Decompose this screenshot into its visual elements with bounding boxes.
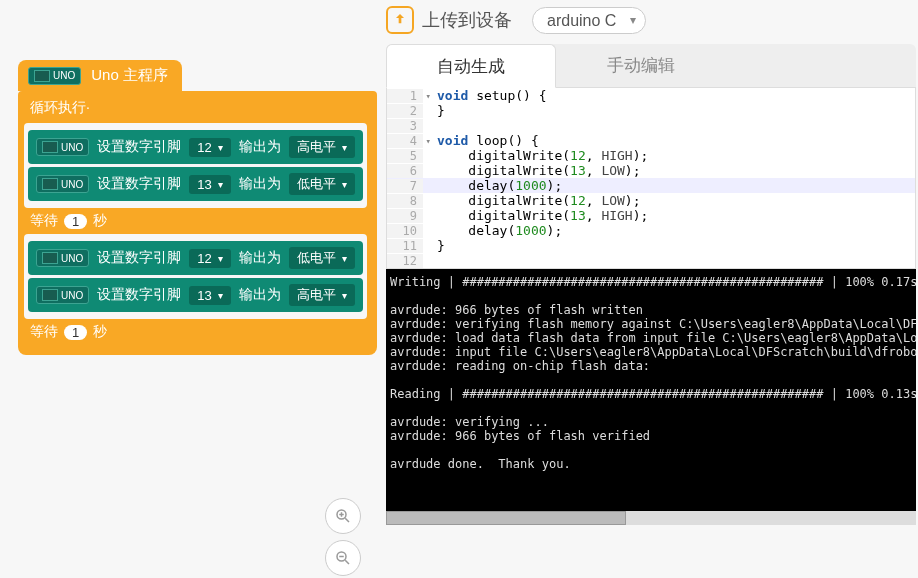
zoom-out-icon [334,549,352,567]
svg-line-1 [345,518,349,522]
level-dropdown[interactable]: 低电平 [289,173,355,195]
scrollbar-thumb[interactable] [386,511,626,525]
level-dropdown[interactable]: 高电平 [289,284,355,306]
console-hscrollbar[interactable] [386,511,916,525]
upload-button[interactable]: 上传到设备 [386,6,512,34]
code-line[interactable]: 3 [387,118,915,133]
code-line[interactable]: 4▾void loop() { [387,133,915,148]
svg-line-5 [345,560,349,564]
level-dropdown[interactable]: 低电平 [289,247,355,269]
loop-slot: UNO 设置数字引脚 12 输出为 低电平 UNO 设置数字引脚 13 输出为 … [24,234,367,319]
right-panel: 自动生成 手动编辑 1▾void setup() {2}34▾void loop… [386,44,916,525]
uno-icon: UNO [28,67,81,85]
blocks-workspace[interactable]: UNO Uno 主程序 循环执行· UNO 设置数字引脚 12 输出为 高电平 … [18,60,388,570]
pin-dropdown[interactable]: 13 [189,175,230,194]
wait-block[interactable]: 等待 1 秒 [28,319,367,345]
tab-auto[interactable]: 自动生成 [386,44,556,88]
zoom-in-button[interactable] [325,498,361,534]
topbar: 上传到设备 arduino C [386,6,646,34]
zoom-in-icon [334,507,352,525]
board-select-wrap[interactable]: arduino C [532,7,646,34]
set-pin-block[interactable]: UNO 设置数字引脚 12 输出为 低电平 [28,241,363,275]
loop-block[interactable]: 循环执行· UNO 设置数字引脚 12 输出为 高电平 UNO 设置数字引脚 1… [18,91,377,355]
console-output[interactable]: Writing | ##############################… [386,269,916,511]
uno-icon: UNO [36,175,89,193]
board-select[interactable]: arduino C [532,7,646,34]
pin-dropdown[interactable]: 13 [189,286,230,305]
code-line[interactable]: 10 delay(1000); [387,223,915,238]
loop-slot: UNO 设置数字引脚 12 输出为 高电平 UNO 设置数字引脚 13 输出为 … [24,123,367,208]
hat-label: Uno 主程序 [91,66,168,85]
code-line[interactable]: 12 [387,253,915,268]
set-pin-block[interactable]: UNO 设置数字引脚 13 输出为 低电平 [28,167,363,201]
code-line[interactable]: 11} [387,238,915,253]
code-line[interactable]: 2} [387,103,915,118]
code-editor[interactable]: 1▾void setup() {2}34▾void loop() {5 digi… [386,88,916,269]
zoom-out-button[interactable] [325,540,361,576]
upload-label: 上传到设备 [422,8,512,32]
upload-icon [386,6,414,34]
level-dropdown[interactable]: 高电平 [289,136,355,158]
set-pin-block[interactable]: UNO 设置数字引脚 13 输出为 高电平 [28,278,363,312]
code-line[interactable]: 6 digitalWrite(13, LOW); [387,163,915,178]
code-line[interactable]: 8 digitalWrite(12, LOW); [387,193,915,208]
tab-manual[interactable]: 手动编辑 [556,44,726,87]
code-line[interactable]: 1▾void setup() { [387,88,915,103]
code-line[interactable]: 9 digitalWrite(13, HIGH); [387,208,915,223]
uno-icon: UNO [36,249,89,267]
wait-value[interactable]: 1 [64,325,87,340]
pin-dropdown[interactable]: 12 [189,249,230,268]
set-pin-block[interactable]: UNO 设置数字引脚 12 输出为 高电平 [28,130,363,164]
wait-value[interactable]: 1 [64,214,87,229]
loop-label: 循环执行· [28,97,367,123]
code-tabs: 自动生成 手动编辑 [386,44,916,88]
uno-icon: UNO [36,138,89,156]
code-line[interactable]: 7 delay(1000); [387,178,915,193]
wait-block[interactable]: 等待 1 秒 [28,208,367,234]
code-line[interactable]: 5 digitalWrite(12, HIGH); [387,148,915,163]
hat-block[interactable]: UNO Uno 主程序 [18,60,182,91]
pin-dropdown[interactable]: 12 [189,138,230,157]
uno-icon: UNO [36,286,89,304]
